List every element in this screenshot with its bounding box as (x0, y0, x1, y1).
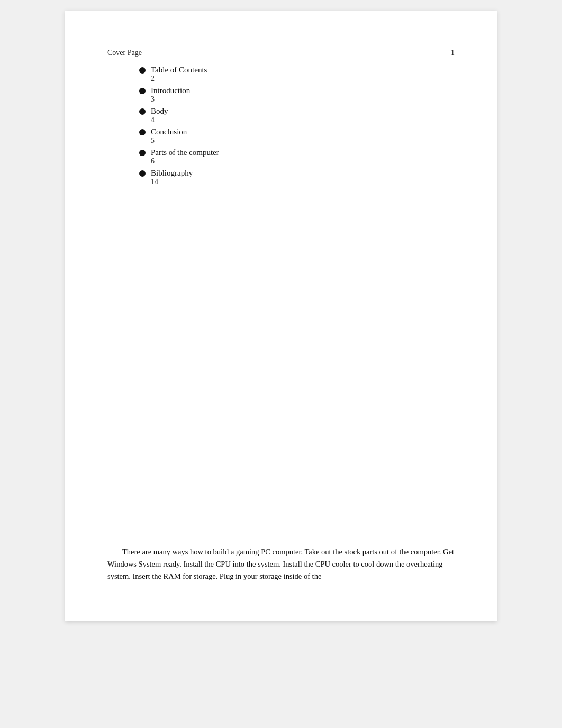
toc-item: Introduction3 (139, 86, 455, 104)
toc-bullet-icon (139, 67, 146, 74)
toc-bullet-icon (139, 108, 146, 115)
page-header: Cover Page 1 (107, 49, 455, 57)
toc-item-label: Introduction (151, 86, 190, 95)
body-text: There are many ways how to build a gamin… (107, 546, 455, 583)
toc-item-page-number: 6 (151, 157, 455, 166)
toc-item: Table of Contents2 (139, 66, 455, 83)
cover-page-label: Cover Page (107, 49, 142, 57)
toc-item-label: Table of Contents (151, 66, 207, 75)
toc-item-page-number: 3 (151, 95, 455, 104)
toc-item-label: Conclusion (151, 128, 187, 136)
toc-bullet-icon (139, 88, 146, 94)
toc-item: Body4 (139, 107, 455, 124)
page-number: 1 (451, 49, 455, 57)
toc-bullet-icon (139, 170, 146, 177)
toc-item-page-number: 4 (151, 116, 455, 124)
toc-item-label: Bibliography (151, 169, 193, 178)
toc-item-page-number: 14 (151, 178, 455, 186)
toc-item-page-number: 5 (151, 136, 455, 145)
toc-item-label: Body (151, 107, 168, 116)
toc-item: Bibliography14 (139, 169, 455, 186)
toc-bullet-icon (139, 129, 146, 135)
toc-item: Parts of the computer6 (139, 148, 455, 166)
toc-item-label: Parts of the computer (151, 148, 219, 157)
toc-bullet-icon (139, 150, 146, 156)
document-page: Cover Page 1 Table of Contents2Introduct… (65, 11, 497, 621)
toc-list: Table of Contents2Introduction3Body4Conc… (139, 66, 455, 186)
toc-item-page-number: 2 (151, 75, 455, 83)
toc-item: Conclusion5 (139, 128, 455, 145)
